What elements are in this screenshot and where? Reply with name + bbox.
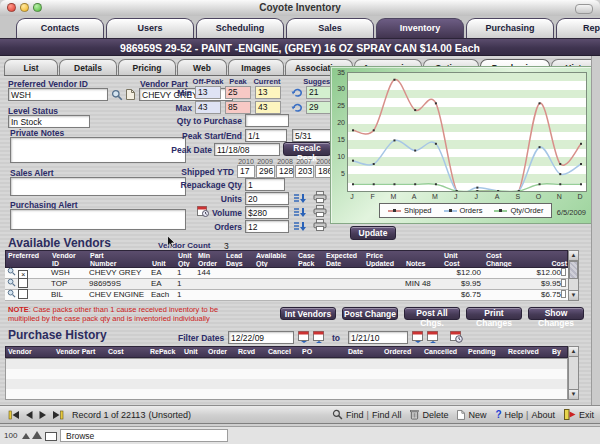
recalc-peak-button[interactable]: Recalc Peak (283, 142, 331, 156)
ytd-year-2009: 2009 (256, 158, 274, 165)
vendor-row[interactable]: TOP 986959S EA 1 MIN 48 $9.95 $9.95 (5, 279, 568, 290)
recalc-suggest-min-icon[interactable] (291, 87, 303, 97)
max-suggest[interactable]: 29 (306, 101, 331, 114)
new-record-action[interactable]: New (457, 410, 486, 420)
trash-icon (410, 409, 419, 420)
min-peak[interactable]: 25 (225, 86, 251, 99)
preferred-checkbox[interactable] (18, 278, 28, 288)
purchase-history-scrollbar[interactable]: ▲ ▼ (568, 346, 579, 400)
window-scroll-track (591, 56, 600, 405)
qty-to-purchase-input[interactable] (245, 114, 289, 127)
orders-print-icon[interactable] (313, 219, 327, 231)
x-tick-label: J (348, 193, 356, 200)
scroll-up-icon[interactable]: ▲ (569, 251, 578, 261)
row-lookup-icon (7, 278, 16, 287)
mode-selector[interactable]: Browse (60, 429, 228, 442)
max-offpeak[interactable]: 43 (195, 101, 221, 114)
min-current[interactable]: 13 (255, 86, 281, 99)
y-tick-label: 10 (332, 153, 345, 160)
orders-history-icon[interactable] (293, 221, 306, 232)
subtab-images[interactable]: Images (228, 59, 284, 75)
repackage-qty-input[interactable] (245, 178, 285, 191)
scroll-up-icon[interactable]: ▲ (569, 347, 578, 357)
peak-end-input[interactable] (292, 129, 334, 142)
tab-scheduling[interactable]: Scheduling (196, 18, 284, 38)
new-page-icon (457, 410, 465, 420)
max-peak[interactable]: 85 (225, 101, 251, 114)
delete-action[interactable]: Delete (410, 409, 448, 420)
min-offpeak[interactable]: 13 (195, 86, 221, 99)
vendor-lookup-icon[interactable] (111, 89, 123, 101)
row-lookup-icon (7, 289, 16, 298)
previous-record-button[interactable] (24, 410, 34, 420)
orders-input[interactable] (245, 220, 289, 233)
date-from-calendar-down-icon[interactable] (298, 330, 310, 343)
date-to-calendar-down-icon[interactable] (412, 330, 424, 343)
zoom-out-icon[interactable] (22, 433, 30, 439)
first-record-button[interactable] (8, 410, 20, 420)
volume-input[interactable] (245, 206, 289, 219)
int-vendors-button[interactable]: Int Vendors (280, 307, 336, 320)
max-label: Max (158, 103, 192, 113)
subtab-pricing[interactable]: Pricing (118, 59, 176, 75)
post-all-changes-button[interactable]: Post All Chgs. (404, 307, 460, 320)
volume-history-icon[interactable] (293, 207, 306, 218)
scroll-thumb[interactable] (569, 261, 578, 279)
status-area-toggle-icon[interactable] (45, 432, 57, 441)
last-record-button[interactable] (52, 410, 64, 420)
tab-contacts[interactable]: Contacts (16, 18, 104, 38)
update-button[interactable]: Update (350, 226, 396, 240)
min-suggest[interactable]: 21 (306, 86, 331, 99)
peak-date-input[interactable] (214, 143, 280, 156)
x-tick-label: M (431, 193, 439, 200)
help-about-action[interactable]: ? Help|About (495, 409, 555, 420)
peak-header: Peak (224, 77, 252, 86)
scroll-down-icon[interactable]: ▼ (569, 290, 578, 300)
zoom-in-icon[interactable] (32, 431, 42, 439)
subtab-details[interactable]: Details (59, 59, 117, 75)
exit-action[interactable]: Exit (564, 409, 594, 420)
y-tick-label: 35 (332, 69, 345, 76)
max-current[interactable]: 43 (255, 101, 281, 114)
help-icon[interactable]: ? (495, 409, 501, 420)
about-action[interactable]: About (531, 410, 555, 420)
tab-inventory[interactable]: Inventory (376, 18, 464, 38)
date-from-calendar-up-icon[interactable] (313, 330, 325, 343)
tab-users[interactable]: Users (106, 18, 194, 38)
preferred-checkbox[interactable] (18, 289, 28, 299)
collapse-widget-icon[interactable] (575, 4, 593, 14)
units-history-icon[interactable] (293, 193, 306, 204)
tab-reports[interactable]: Reports (556, 18, 600, 38)
units-print-icon[interactable] (313, 191, 327, 203)
vendor-row[interactable]: BIL CHEV ENGINE Each 1 $6.75 $6.75 (5, 290, 568, 301)
preferred-vendor-id-input[interactable] (8, 88, 108, 101)
vendor-detail-icon[interactable] (126, 89, 135, 100)
tab-purchasing[interactable]: Purchasing (466, 18, 554, 38)
recalc-suggest-max-icon[interactable] (291, 102, 303, 112)
purchase-history-rows-empty (5, 358, 568, 400)
next-record-button[interactable] (38, 410, 48, 420)
find-action[interactable]: Find|Find All (332, 409, 401, 420)
level-status-input[interactable] (8, 115, 90, 128)
subtab-web[interactable]: Web (177, 59, 227, 75)
post-change-button[interactable]: Post Change (342, 307, 398, 320)
tab-sales[interactable]: Sales (286, 18, 374, 38)
show-changes-button[interactable]: Show Changes (528, 307, 584, 320)
calendar-clock-icon[interactable] (450, 330, 463, 343)
filter-date-to-input[interactable] (348, 331, 408, 344)
units-input[interactable] (245, 192, 289, 205)
x-tick-label: J (452, 193, 460, 200)
y-tick-label: 25 (332, 102, 345, 109)
filter-date-from-input[interactable] (228, 331, 294, 344)
print-changes-button[interactable]: Print Changes (466, 307, 522, 320)
volume-print-icon[interactable] (313, 205, 327, 217)
find-all-action[interactable]: Find All (372, 410, 402, 420)
status-bar: Record 1 of 22113 (Unsorted) Find|Find A… (0, 405, 600, 424)
scroll-down-icon[interactable]: ▼ (569, 389, 578, 399)
vendor-table-scrollbar[interactable]: ▲ ▼ (568, 250, 579, 301)
vendor-row[interactable]: × WSH CHEVY GREY EA 1 144 $12.00 $12.00 (5, 268, 568, 279)
peak-start-input[interactable] (245, 129, 287, 142)
date-to-calendar-up-icon[interactable] (427, 330, 439, 343)
subtab-list[interactable]: List (4, 59, 58, 75)
shipped-ytd-2009: 296 (256, 165, 275, 178)
